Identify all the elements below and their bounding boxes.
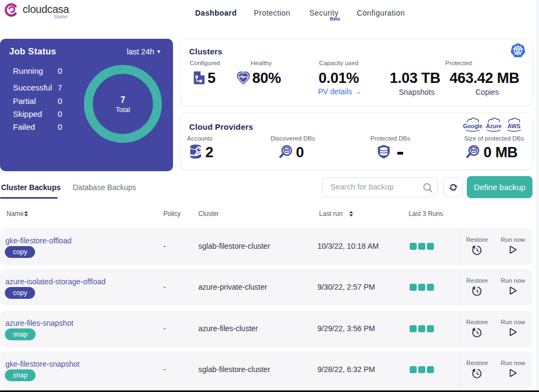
svg-text:AWS: AWS — [508, 123, 521, 129]
svg-text:cloudcasa: cloudcasa — [23, 3, 69, 15]
svg-text:Azure: Azure — [486, 123, 501, 129]
svg-text:Starter: Starter — [54, 14, 68, 19]
svg-text:Google: Google — [463, 123, 482, 129]
